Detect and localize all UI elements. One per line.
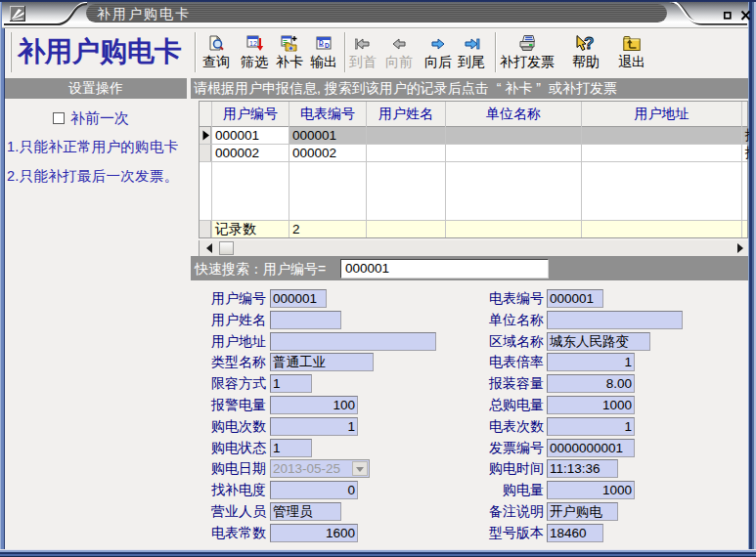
svg-text:D: D	[319, 39, 324, 46]
